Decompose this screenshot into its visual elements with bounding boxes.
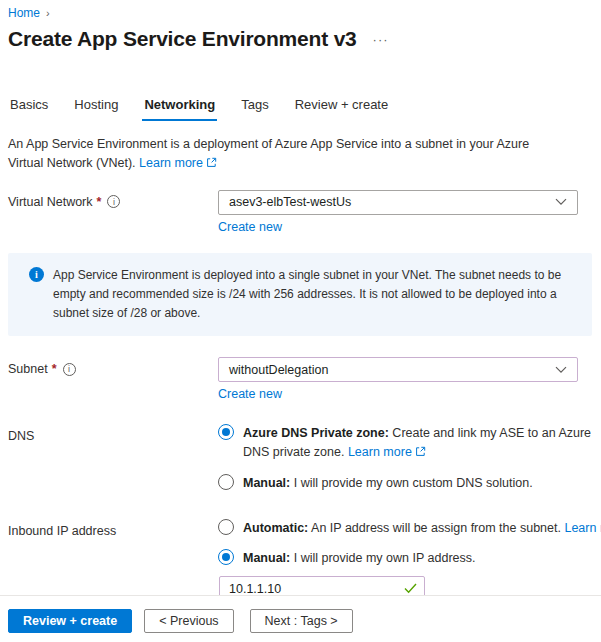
description-text: An App Service Environment is a deployme… bbox=[8, 137, 529, 170]
next-tags-button[interactable]: Next : Tags > bbox=[250, 609, 353, 633]
external-link-icon bbox=[206, 157, 217, 168]
subnet-label: Subnet * bbox=[8, 357, 218, 376]
radio-unselected-icon[interactable] bbox=[218, 474, 234, 490]
tab-review-create[interactable]: Review + create bbox=[293, 93, 391, 121]
wizard-footer: Review + create < Previous Next : Tags > bbox=[0, 595, 601, 642]
tab-tags[interactable]: Tags bbox=[239, 93, 270, 121]
info-icon[interactable] bbox=[63, 363, 76, 376]
virtual-network-value: asev3-elbTest-westUs bbox=[229, 195, 351, 209]
learn-more-link[interactable]: Learn more bbox=[564, 521, 601, 535]
inbound-ip-option-manual[interactable]: Manual: I will provide my own IP address… bbox=[218, 549, 598, 568]
tab-hosting[interactable]: Hosting bbox=[72, 93, 120, 121]
subnet-info-banner: App Service Environment is deployed into… bbox=[8, 253, 592, 337]
dns-option-manual[interactable]: Manual: I will provide my own custom DNS… bbox=[218, 474, 593, 493]
info-icon[interactable] bbox=[107, 195, 120, 208]
inbound-ip-label: Inbound IP address bbox=[8, 519, 218, 538]
breadcrumb: Home › bbox=[8, 6, 593, 20]
radio-unselected-icon[interactable] bbox=[218, 519, 234, 535]
banner-text: App Service Environment is deployed into… bbox=[53, 266, 563, 324]
virtual-network-dropdown[interactable]: asev3-elbTest-westUs bbox=[218, 190, 578, 215]
dns-label: DNS bbox=[8, 424, 218, 443]
chevron-down-icon bbox=[555, 198, 567, 206]
dns-option-azure-private-zone[interactable]: Azure DNS Private zone: Create and link … bbox=[218, 424, 593, 462]
tab-networking[interactable]: Networking bbox=[142, 93, 217, 121]
more-options-icon[interactable]: ··· bbox=[373, 32, 389, 47]
virtual-network-label: Virtual Network * bbox=[8, 190, 218, 209]
review-create-button[interactable]: Review + create bbox=[8, 609, 132, 633]
breadcrumb-home-link[interactable]: Home bbox=[8, 6, 40, 20]
networking-description: An App Service Environment is a deployme… bbox=[8, 135, 553, 174]
previous-button[interactable]: < Previous bbox=[144, 609, 233, 633]
tab-basics[interactable]: Basics bbox=[8, 93, 50, 121]
create-ase-page: Home › Create App Service Environment v3… bbox=[0, 0, 601, 642]
learn-more-link[interactable]: Learn more bbox=[348, 445, 426, 459]
external-link-icon bbox=[415, 446, 426, 457]
subnet-dropdown[interactable]: withoutDelegation bbox=[218, 357, 578, 382]
page-title: Create App Service Environment v3 bbox=[8, 27, 357, 51]
radio-selected-icon[interactable] bbox=[218, 549, 234, 565]
tab-bar: Basics Hosting Networking Tags Review + … bbox=[8, 93, 593, 121]
subnet-value: withoutDelegation bbox=[229, 363, 328, 377]
valid-check-icon bbox=[404, 583, 417, 594]
create-new-vnet-link[interactable]: Create new bbox=[218, 220, 282, 234]
learn-more-link[interactable]: Learn more bbox=[139, 156, 217, 170]
required-asterisk: * bbox=[97, 195, 102, 209]
create-new-subnet-link[interactable]: Create new bbox=[218, 387, 282, 401]
chevron-down-icon bbox=[555, 366, 567, 374]
inbound-ip-option-automatic[interactable]: Automatic: An IP address will be assign … bbox=[218, 519, 598, 538]
info-filled-icon bbox=[29, 267, 44, 282]
required-asterisk: * bbox=[52, 362, 57, 376]
radio-selected-icon[interactable] bbox=[218, 424, 234, 440]
breadcrumb-chevron-icon: › bbox=[46, 7, 50, 19]
